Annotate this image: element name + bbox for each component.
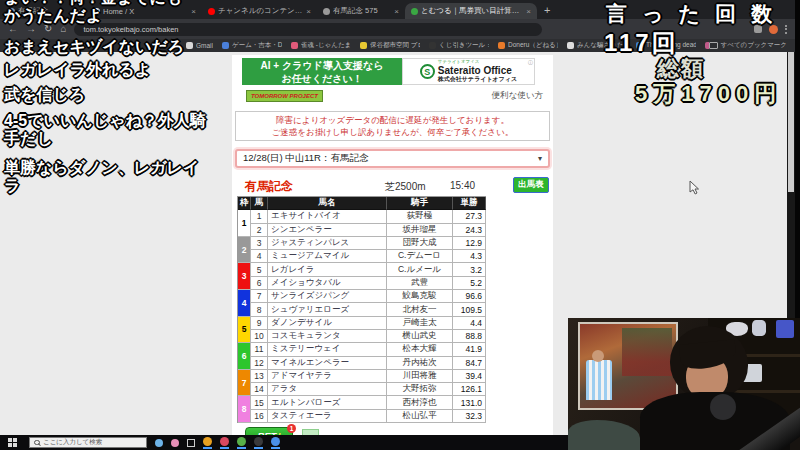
menu-kebab-icon[interactable] [785, 25, 787, 34]
bookmark-item[interactable]: 保谷都市空間 プロ… [360, 41, 420, 50]
horse-number-cell: 8 [251, 303, 268, 316]
bookmark-favicon [567, 42, 574, 49]
toolbar-right [754, 25, 787, 34]
horse-name-cell[interactable]: シンエンペラー [268, 224, 387, 237]
taskbar-app[interactable] [203, 437, 212, 449]
taskbar-search[interactable]: ここに入力して検索 [29, 437, 147, 448]
win-odds-cell: 39.4 [453, 370, 486, 383]
horse-name-cell[interactable]: アラタ [268, 383, 387, 396]
tab-close-icon[interactable]: × [306, 7, 311, 16]
tab-close-icon[interactable]: × [191, 7, 196, 16]
tab-close-icon[interactable]: × [526, 7, 531, 16]
tomorrow-project-button[interactable]: TOMORROW PROJECT [246, 90, 323, 102]
bookmark-label: Doneru（どねる） [508, 41, 558, 50]
new-tab-button[interactable]: + [544, 5, 550, 16]
horse-name-cell[interactable]: タスティエーラ [268, 410, 387, 423]
browser-tab[interactable]: 有馬記念 575 × [317, 3, 405, 19]
home-icon[interactable]: ⌂ [60, 24, 66, 34]
task-view-icon[interactable] [187, 439, 195, 447]
usage-guide-link[interactable]: 便利な使い方 [492, 90, 543, 102]
horse-name-cell[interactable]: ミステリーウェイ [268, 343, 387, 356]
win-odds-cell: 88.8 [453, 330, 486, 343]
taskbar-widgets [155, 439, 179, 447]
tab-close-icon[interactable]: × [394, 7, 399, 16]
jockey-cell: 西村淳也 [387, 396, 453, 409]
bookmark-item[interactable]: くじ引きツール：数字〜 [429, 41, 489, 50]
poster-face [592, 350, 604, 362]
tab-favicon [93, 8, 100, 15]
tab-favicon [411, 8, 418, 15]
horse-name-cell[interactable]: マイネルエンペラー [268, 357, 387, 370]
jockey-cell: 横山武史 [387, 330, 453, 343]
horse-name-cell[interactable]: ミュージアムマイル [268, 250, 387, 263]
scrollbar-thumb[interactable] [788, 52, 794, 192]
widget-icon[interactable] [171, 439, 179, 447]
horse-name-cell[interactable]: レガレイラ [268, 263, 387, 276]
horse-name-cell[interactable]: ダノンデサイル [268, 317, 387, 330]
bookmark-item[interactable]: みんな騙された半裏門 [567, 41, 627, 50]
horse-name-cell[interactable]: メイショウタバル [268, 277, 387, 290]
tab-close-icon[interactable]: × [76, 7, 81, 16]
taskbar-app[interactable] [271, 437, 280, 449]
bookmarks-bar: Gmail ゲーム・吉本・DVD・CD… 雀魂 -じゃんたま-｜雀… 保谷都市空… [0, 39, 795, 52]
forward-icon[interactable]: → [26, 24, 36, 34]
back-icon[interactable]: ← [8, 24, 18, 34]
jockey-cell: 戸崎圭太 [387, 317, 453, 330]
taskbar-app[interactable] [254, 437, 263, 449]
horse-number-cell: 13 [251, 370, 268, 383]
ad-info-icon[interactable]: ⓘ [528, 59, 533, 65]
bookmark-item[interactable]: ゲーム・吉本・DVD・CD… [222, 41, 282, 50]
bookmark-label: ゲーム・吉本・DVD・CD… [232, 41, 282, 50]
browser-tab[interactable]: チャンネルのコンテンツ - YouTube × [202, 3, 317, 19]
browser-tab[interactable]: 有馬記念 × [2, 3, 87, 19]
horse-name-cell[interactable]: サンライズジパング [268, 290, 387, 303]
race-info-bar: 有馬記念 芝2500m 15:40 出馬表 [232, 177, 553, 193]
frame-cell: 3 [238, 263, 251, 290]
bookmark-item[interactable]: Gmail [186, 42, 213, 49]
horse-name-cell[interactable]: ジャスティンパレス [268, 237, 387, 250]
horse-name-cell[interactable]: コスモキュランタ [268, 330, 387, 343]
start-button[interactable] [8, 438, 17, 447]
jockey-cell: 丹内祐次 [387, 357, 453, 370]
reload-icon[interactable]: ↻ [44, 24, 52, 34]
entry-table-button[interactable]: 出馬表 [513, 177, 549, 193]
profile-avatar[interactable] [769, 25, 778, 34]
bookmark-item[interactable]: 雀魂 -じゃんたま-｜雀… [291, 41, 351, 50]
col-header-name: 馬名 [268, 197, 387, 210]
folder-icon [709, 42, 718, 49]
bookmark-item[interactable]: Doneru（どねる） [498, 41, 558, 50]
address-bar[interactable]: tom.tokyokeibajo.com/baken [74, 23, 542, 36]
bookmark-favicon [186, 42, 193, 49]
bookmark-favicon [360, 42, 367, 49]
race-select[interactable]: 12/28(日) 中山11R：有馬記念 ▾ [235, 149, 550, 168]
horse-name-cell[interactable]: アドマイヤテラ [268, 370, 387, 383]
taskbar-app[interactable] [220, 437, 229, 449]
ad-banner[interactable]: AI + クラウド導入支援なら お任せください！ S サテライトオフィス Sat… [242, 58, 547, 85]
mouse-cursor [688, 180, 700, 196]
jockey-cell: C.デムーロ [387, 250, 453, 263]
horse-number-cell: 2 [251, 224, 268, 237]
horse-name-cell[interactable]: エルトンバローズ [268, 396, 387, 409]
taskbar-app[interactable] [237, 437, 246, 449]
bookmark-favicon [222, 42, 229, 49]
app-active-indicator [220, 447, 229, 449]
tab-favicon [8, 8, 15, 15]
bookmark-list: Gmail ゲーム・吉本・DVD・CD… 雀魂 -じゃんたま-｜雀… 保谷都市空… [186, 41, 709, 50]
bookmark-favicon [636, 42, 643, 49]
bookmark-label: 保谷都市空間 プロ… [370, 41, 420, 50]
bookmark-item[interactable]: The walking dead 日… [636, 41, 696, 50]
frame-cell: 2 [238, 237, 251, 264]
bookmark-favicon [291, 42, 298, 49]
widget-icon[interactable] [155, 439, 163, 447]
horse-name-cell[interactable]: シュヴァリエローズ [268, 303, 387, 316]
browser-tab[interactable]: Home / X × [87, 3, 202, 19]
horse-name-cell[interactable]: エキサイトバイオ [268, 210, 387, 223]
browser-toolbar: ← → ↻ ⌂ tom.tokyokeibajo.com/baken [0, 19, 795, 39]
horse-number-cell: 11 [251, 343, 268, 356]
all-bookmarks-button[interactable]: すべてのブックマーク [709, 41, 787, 50]
webcam-view [568, 318, 800, 450]
horse-number-cell: 12 [251, 357, 268, 370]
jockey-cell: C.ルメール [387, 263, 453, 276]
browser-tab[interactable]: とむつる｜馬券買い目計算ツール × [405, 3, 537, 19]
extensions-icon[interactable] [754, 25, 762, 33]
